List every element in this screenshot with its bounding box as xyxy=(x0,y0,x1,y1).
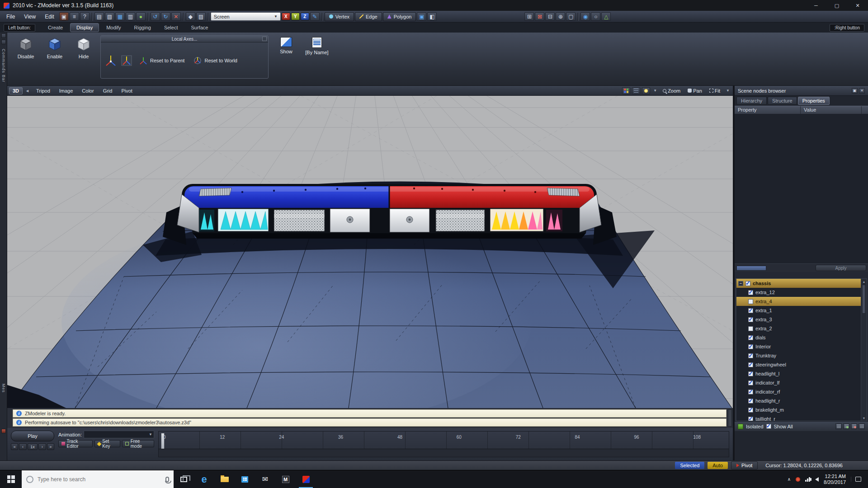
delete-icon[interactable]: ✕ xyxy=(171,12,181,21)
task-view-button[interactable] xyxy=(174,470,194,488)
snap-edge-icon[interactable]: ⊟ xyxy=(545,12,555,21)
sort-nodes-icon[interactable] xyxy=(859,423,865,429)
new-file-icon[interactable]: ▤ xyxy=(94,12,104,21)
isolated-button[interactable]: Isolated xyxy=(746,424,764,429)
taskbar-clock[interactable]: 12:21 AM 8/20/2017 xyxy=(824,474,846,485)
tab-structure[interactable]: Structure xyxy=(768,97,797,105)
last-frame-button[interactable]: » xyxy=(47,443,54,450)
axis-x-toggle[interactable]: X xyxy=(282,13,290,20)
log-line[interactable]: i ZModeler is ready. xyxy=(13,409,726,418)
tab-hierarchy[interactable]: Hierarchy xyxy=(736,97,767,105)
material-editor-icon[interactable]: ◆ xyxy=(186,12,195,21)
tree-item[interactable]: Interior xyxy=(736,342,861,351)
tab-surface[interactable]: Surface xyxy=(185,23,214,32)
animation-select[interactable]: ▼ xyxy=(84,431,154,438)
snap-axis-icon[interactable]: ⊕ xyxy=(556,12,565,21)
minimize-button[interactable]: ─ xyxy=(806,0,826,11)
close-panel-icon[interactable]: ✕ xyxy=(859,88,865,94)
prev-frame-button[interactable]: ‹ xyxy=(19,443,26,450)
vertex-mode-button[interactable]: Vertex xyxy=(325,12,354,21)
menu-file[interactable]: File xyxy=(2,12,19,22)
apply-button[interactable]: Apply xyxy=(816,265,866,271)
tree-item-root[interactable]: − chassis xyxy=(736,279,861,288)
tree-item[interactable]: headlight_r xyxy=(736,396,861,405)
viewport-menu-image[interactable]: Image xyxy=(55,87,77,95)
pin-panel-icon[interactable]: ▣ xyxy=(852,88,858,94)
media-app-button[interactable]: M xyxy=(275,470,296,488)
tree-scrollbar[interactable]: ▲ ▼ xyxy=(861,279,867,421)
action-center-button[interactable] xyxy=(851,477,865,482)
tree-item[interactable]: extra_2 xyxy=(736,324,861,333)
selected-status-badge[interactable]: Selected xyxy=(675,462,704,469)
tree-item[interactable]: steeringwheel xyxy=(736,360,861,369)
tab-properties[interactable]: Properties xyxy=(798,97,830,105)
screen-mode-select[interactable]: Screen ▼ xyxy=(211,12,281,21)
start-button[interactable] xyxy=(0,470,22,488)
visibility-checkbox[interactable] xyxy=(748,417,753,421)
visibility-checkbox[interactable] xyxy=(748,299,753,304)
remove-node-icon[interactable] xyxy=(851,423,857,429)
snap-grid-icon[interactable]: ⊞ xyxy=(524,12,534,21)
viewport-menu-pivot[interactable]: Pivot xyxy=(117,87,136,95)
tree-item[interactable]: indicator_rf xyxy=(736,387,861,396)
viewport-3d[interactable] xyxy=(7,96,733,408)
select-mode-icon[interactable]: ▢ xyxy=(566,12,576,21)
track-editor-button[interactable]: Track Editor xyxy=(58,440,93,447)
export-icon[interactable]: ● xyxy=(136,12,146,21)
tab-create[interactable]: Create xyxy=(42,23,69,32)
viewport-menu-tripod[interactable]: Tripod xyxy=(32,87,54,95)
scroll-up-icon[interactable]: ▲ xyxy=(861,279,867,284)
menu-edit[interactable]: Edit xyxy=(41,12,58,22)
microphone-icon[interactable] xyxy=(165,477,169,482)
column-value[interactable]: Value xyxy=(801,106,862,114)
visibility-checkbox[interactable] xyxy=(748,308,753,313)
properties-table-body[interactable] xyxy=(735,114,868,264)
group-expand-icon[interactable] xyxy=(262,37,267,41)
horizontal-scrollbar-thumb[interactable] xyxy=(736,266,766,271)
show-all-checkbox[interactable] xyxy=(766,424,771,429)
show-button[interactable]: Show xyxy=(273,35,299,54)
tray-expand-icon[interactable]: ∧ xyxy=(788,477,791,482)
add-node-icon[interactable] xyxy=(843,423,849,429)
play-button[interactable]: Play xyxy=(11,431,54,441)
visibility-checkbox[interactable] xyxy=(748,344,753,349)
visibility-checkbox[interactable] xyxy=(748,335,753,340)
tree-scrollbar-thumb[interactable] xyxy=(862,285,866,314)
visibility-checkbox[interactable] xyxy=(748,362,753,367)
viewport-type-label[interactable]: 3D xyxy=(9,87,23,94)
taskbar-search[interactable] xyxy=(22,470,174,488)
dock-close-icon[interactable] xyxy=(1,40,6,44)
tree-item[interactable]: extra_1 xyxy=(736,306,861,315)
tree-item[interactable]: extra_3 xyxy=(736,315,861,324)
visibility-checkbox[interactable] xyxy=(748,326,753,331)
tree-item[interactable]: extra_12 xyxy=(736,288,861,297)
next-frame-button[interactable]: › xyxy=(38,443,46,450)
save-alert-icon[interactable]: ▣ xyxy=(59,12,69,21)
save-file-icon[interactable]: ▦ xyxy=(115,12,125,21)
disable-button[interactable]: Disable xyxy=(14,35,38,59)
commands-bar-tab[interactable]: Commands Bar xyxy=(1,49,6,83)
messages-close-icon[interactable] xyxy=(1,429,6,433)
edge-mode-button[interactable]: Edge xyxy=(355,12,382,21)
visibility-checkbox[interactable] xyxy=(748,353,753,358)
visibility-checkbox[interactable] xyxy=(748,290,753,295)
wireframe-toggle-icon[interactable] xyxy=(632,87,640,94)
reset-to-parent-button[interactable]: Reset to Parent xyxy=(136,54,187,67)
reset-to-world-button[interactable]: Reset to World xyxy=(190,54,240,67)
chevron-down-icon[interactable]: ▼ xyxy=(725,89,731,93)
ruler-icon[interactable]: △ xyxy=(601,12,611,21)
settings-icon[interactable]: ≡ xyxy=(70,12,79,21)
tree-item[interactable]: extra_4 xyxy=(736,297,861,306)
undo-icon[interactable]: ↺ xyxy=(151,12,160,21)
pan-tool[interactable]: Pan xyxy=(685,87,705,94)
visibility-checkbox[interactable] xyxy=(748,389,753,394)
snap-vertex-icon[interactable]: ⊠ xyxy=(535,12,544,21)
texture-browser-icon[interactable]: ▨ xyxy=(196,12,206,21)
axes-tripod-icon[interactable] xyxy=(104,54,117,67)
redo-icon[interactable]: ↻ xyxy=(161,12,170,21)
first-frame-button[interactable]: « xyxy=(11,443,18,450)
mirror-icon[interactable]: ◧ xyxy=(427,12,437,21)
list-view-icon[interactable] xyxy=(835,423,842,429)
chevron-down-icon[interactable]: ▼ xyxy=(652,89,658,93)
log-line[interactable]: i Performing autosave to "c:\users\chris… xyxy=(13,418,726,427)
